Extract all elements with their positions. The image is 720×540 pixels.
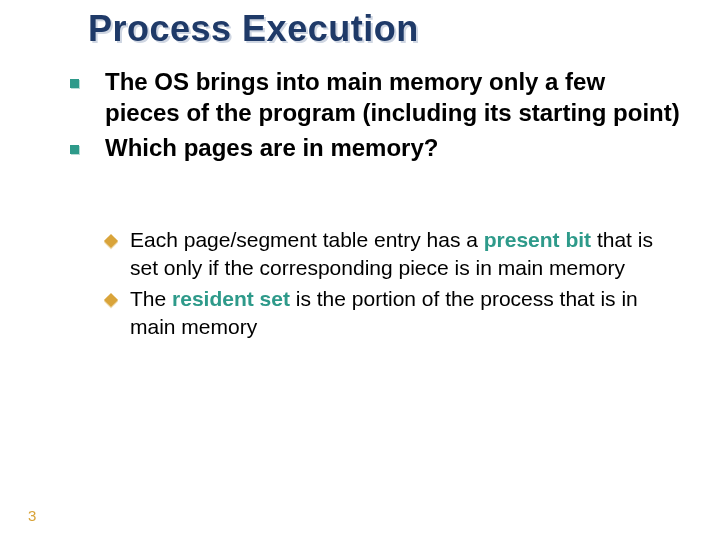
bullet-text: The OS brings into main memory only a fe… <box>105 66 680 128</box>
sub-pre: Each page/segment table entry has a <box>130 228 484 251</box>
sub-bullet-list: Each page/segment table entry has a pres… <box>106 226 668 343</box>
sub-em: resident set <box>172 287 290 310</box>
bullet-item: The OS brings into main memory only a fe… <box>70 66 680 128</box>
bullet-text: Which pages are in memory? <box>105 132 438 163</box>
sub-pre: The <box>130 287 172 310</box>
slide: Process Execution The OS brings into mai… <box>0 0 720 540</box>
bullet-item: Which pages are in memory? <box>70 132 680 163</box>
sub-bullet-text: The resident set is the portion of the p… <box>130 285 668 342</box>
diamond-bullet-icon <box>104 293 118 307</box>
main-bullet-list: The OS brings into main memory only a fe… <box>70 66 680 168</box>
sub-bullet-item: The resident set is the portion of the p… <box>106 285 668 342</box>
sub-bullet-text: Each page/segment table entry has a pres… <box>130 226 668 283</box>
page-number: 3 <box>28 507 36 524</box>
square-bullet-icon <box>70 79 79 88</box>
square-bullet-icon <box>70 145 79 154</box>
slide-title: Process Execution <box>88 8 419 50</box>
diamond-bullet-icon <box>104 234 118 248</box>
sub-em: present bit <box>484 228 591 251</box>
sub-bullet-item: Each page/segment table entry has a pres… <box>106 226 668 283</box>
